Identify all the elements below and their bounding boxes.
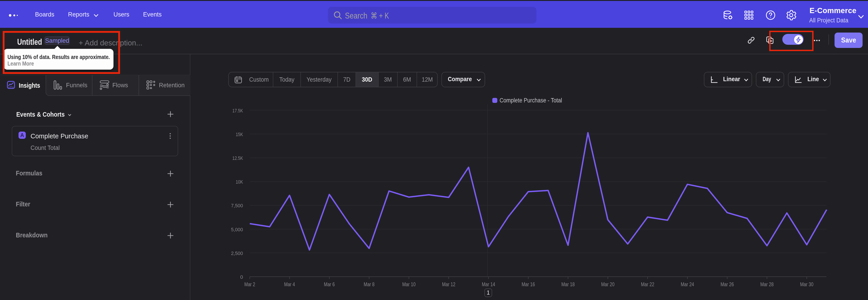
svg-text:7,500: 7,500 bbox=[231, 203, 243, 208]
svg-text:2,500: 2,500 bbox=[231, 250, 243, 256]
svg-text:Mar 4: Mar 4 bbox=[284, 281, 295, 287]
svg-text:Mar 10: Mar 10 bbox=[402, 281, 416, 287]
svg-text:Mar 12: Mar 12 bbox=[442, 281, 456, 287]
svg-text:10K: 10K bbox=[236, 179, 243, 185]
svg-text:Mar 2: Mar 2 bbox=[244, 281, 255, 287]
svg-text:1: 1 bbox=[487, 289, 490, 296]
svg-text:Mar 28: Mar 28 bbox=[761, 281, 774, 287]
svg-text:Mar 6: Mar 6 bbox=[324, 281, 335, 287]
svg-text:Mar 30: Mar 30 bbox=[800, 281, 813, 287]
svg-text:5,000: 5,000 bbox=[231, 227, 243, 232]
svg-text:Mar 20: Mar 20 bbox=[601, 281, 615, 287]
svg-text:Mar 8: Mar 8 bbox=[364, 281, 375, 287]
svg-text:Mar 24: Mar 24 bbox=[681, 281, 694, 287]
svg-text:17.5K: 17.5K bbox=[232, 108, 243, 114]
svg-text:Mar 26: Mar 26 bbox=[721, 281, 734, 287]
svg-text:Mar 16: Mar 16 bbox=[522, 281, 535, 287]
svg-text:Mar 22: Mar 22 bbox=[641, 281, 654, 287]
svg-text:15K: 15K bbox=[236, 131, 243, 137]
svg-text:12.5K: 12.5K bbox=[232, 155, 243, 161]
svg-text:Mar 14: Mar 14 bbox=[482, 281, 495, 287]
svg-text:0: 0 bbox=[240, 274, 243, 280]
svg-text:Mar 18: Mar 18 bbox=[561, 281, 575, 287]
